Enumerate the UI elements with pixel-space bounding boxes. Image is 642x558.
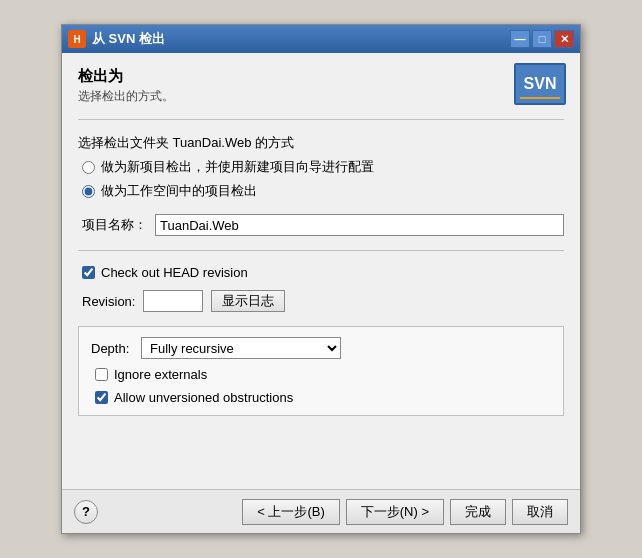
window-title: 从 SVN 检出 xyxy=(92,30,510,48)
cancel-button[interactable]: 取消 xyxy=(512,499,568,525)
radio-option-2[interactable]: 做为工作空间中的项目检出 xyxy=(82,182,564,200)
ignore-externals-label: Ignore externals xyxy=(114,367,207,382)
footer-right: < 上一步(B) 下一步(N) > 完成 取消 xyxy=(242,499,568,525)
footer: ? < 上一步(B) 下一步(N) > 完成 取消 xyxy=(62,489,580,533)
footer-left: ? xyxy=(74,500,98,524)
show-log-button[interactable]: 显示日志 xyxy=(211,290,285,312)
minimize-button[interactable]: — xyxy=(510,30,530,48)
main-window: H 从 SVN 检出 — □ ✕ SVN 检出为 选择检出的方式。 选择检出文件… xyxy=(61,24,581,534)
checkout-section: 选择检出文件夹 TuanDai.Web 的方式 做为新项目检出，并使用新建项目向… xyxy=(78,134,564,200)
checkout-label: 选择检出文件夹 TuanDai.Web 的方式 xyxy=(78,134,564,152)
radio-option-1[interactable]: 做为新项目检出，并使用新建项目向导进行配置 xyxy=(82,158,564,176)
header-section: 检出为 选择检出的方式。 xyxy=(78,67,564,105)
project-name-row: 项目名称： xyxy=(82,214,564,236)
help-button[interactable]: ? xyxy=(74,500,98,524)
divider-1 xyxy=(78,119,564,120)
radio-label-2: 做为工作空间中的项目检出 xyxy=(101,182,257,200)
depth-row: Depth: Fully recursive Immediate childre… xyxy=(91,337,551,359)
content-area: SVN 检出为 选择检出的方式。 选择检出文件夹 TuanDai.Web 的方式… xyxy=(62,53,580,489)
project-name-label: 项目名称： xyxy=(82,216,147,234)
ignore-externals-checkbox[interactable] xyxy=(95,368,108,381)
depth-section: Depth: Fully recursive Immediate childre… xyxy=(78,326,564,416)
depth-label: Depth: xyxy=(91,341,131,356)
ignore-externals-row[interactable]: Ignore externals xyxy=(95,367,551,382)
project-name-input[interactable] xyxy=(155,214,564,236)
app-icon: H xyxy=(68,30,86,48)
close-button[interactable]: ✕ xyxy=(554,30,574,48)
page-title: 检出为 xyxy=(78,67,564,86)
svn-logo-text: SVN xyxy=(524,75,557,93)
depth-select[interactable]: Fully recursive Immediate children Only … xyxy=(141,337,341,359)
head-revision-checkbox[interactable] xyxy=(82,266,95,279)
maximize-button[interactable]: □ xyxy=(532,30,552,48)
divider-2 xyxy=(78,250,564,251)
title-bar: H 从 SVN 检出 — □ ✕ xyxy=(62,25,580,53)
next-button[interactable]: 下一步(N) > xyxy=(346,499,444,525)
head-revision-label: Check out HEAD revision xyxy=(101,265,248,280)
window-controls: — □ ✕ xyxy=(510,30,574,48)
back-button[interactable]: < 上一步(B) xyxy=(242,499,340,525)
radio-input-2[interactable] xyxy=(82,185,95,198)
radio-label-1: 做为新项目检出，并使用新建项目向导进行配置 xyxy=(101,158,374,176)
revision-row: Revision: 显示日志 xyxy=(82,290,564,312)
radio-input-1[interactable] xyxy=(82,161,95,174)
allow-unversioned-row[interactable]: Allow unversioned obstructions xyxy=(95,390,551,405)
allow-unversioned-label: Allow unversioned obstructions xyxy=(114,390,293,405)
svn-logo: SVN xyxy=(514,63,566,105)
revision-label: Revision: xyxy=(82,294,135,309)
page-subtitle: 选择检出的方式。 xyxy=(78,88,564,105)
finish-button[interactable]: 完成 xyxy=(450,499,506,525)
revision-input[interactable] xyxy=(143,290,203,312)
checkout-radio-group: 做为新项目检出，并使用新建项目向导进行配置 做为工作空间中的项目检出 xyxy=(82,158,564,200)
svn-logo-line xyxy=(520,97,560,99)
head-revision-row[interactable]: Check out HEAD revision xyxy=(82,265,564,280)
allow-unversioned-checkbox[interactable] xyxy=(95,391,108,404)
